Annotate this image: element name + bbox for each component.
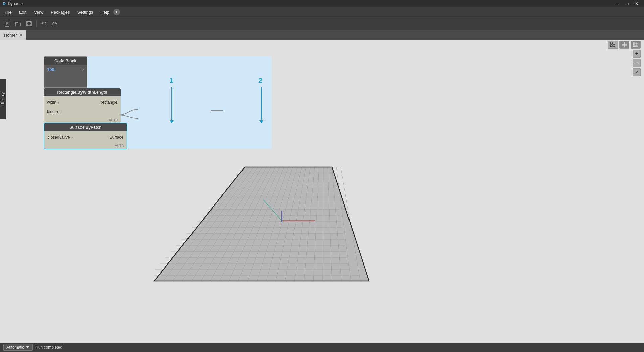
- code-block-header: Code Block: [44, 57, 87, 65]
- closed-curve-port-row: closedCurve › Surface: [44, 133, 127, 142]
- code-block-node[interactable]: Code Block 100; >: [44, 56, 87, 88]
- menu-edit[interactable]: Edit: [16, 9, 30, 16]
- closed-curve-arrow: ›: [71, 135, 73, 140]
- code-block-body: 100; >: [44, 65, 87, 74]
- app-icon: R: [3, 1, 6, 6]
- zoom-fit-button[interactable]: ⤢: [633, 68, 641, 76]
- svg-rect-15: [633, 42, 638, 47]
- tab-label: Home*: [4, 33, 17, 38]
- save-file-button[interactable]: [24, 19, 34, 28]
- zoom-out-button[interactable]: −: [633, 59, 641, 67]
- surface-node-footer: AUTO: [44, 143, 127, 149]
- rectangle-output-label: Rectangle: [99, 100, 117, 105]
- step-2-label: 2: [258, 76, 262, 85]
- menu-help[interactable]: Help: [97, 9, 113, 16]
- run-dropdown-arrow: ▼: [25, 345, 30, 350]
- svg-rect-7: [610, 42, 612, 44]
- toolbar: [0, 17, 644, 30]
- library-panel[interactable]: Library: [0, 79, 6, 119]
- open-file-button[interactable]: [13, 19, 23, 28]
- app-title: Dynamo: [8, 1, 23, 6]
- redo-button[interactable]: [50, 19, 59, 28]
- width-port-arrow: ›: [58, 100, 59, 105]
- svg-rect-10: [613, 45, 615, 47]
- length-port-arrow: ›: [59, 109, 61, 114]
- surface-node-header: Surface.ByPatch: [44, 123, 127, 131]
- zoom-controls: + − ⤢: [633, 50, 641, 76]
- node-graph-area[interactable]: 1 2 Code Block 100; > Rectangle.ByWidthL…: [44, 56, 272, 149]
- width-port-label: width: [47, 100, 56, 105]
- length-port-label: length: [47, 109, 58, 114]
- title-bar-left: R Dynamo: [3, 1, 23, 6]
- info-icon[interactable]: i: [113, 9, 120, 15]
- toolbar-divider: [36, 20, 37, 27]
- rectangle-node-footer: AUTO: [44, 118, 121, 123]
- width-port-row: width › Rectangle: [44, 98, 121, 107]
- surface-output-label: Surface: [110, 135, 123, 140]
- menu-settings[interactable]: Settings: [74, 9, 96, 16]
- surface-node-body: closedCurve › Surface: [44, 131, 127, 143]
- zoom-in-button[interactable]: +: [633, 50, 641, 58]
- rectangle-node-header: Rectangle.ByWidthLength: [44, 88, 121, 96]
- step-1-arrow: [171, 87, 172, 121]
- mesh-visualization: [151, 150, 372, 291]
- fit-view-button[interactable]: [608, 41, 618, 49]
- canvas[interactable]: Library: [0, 40, 644, 352]
- layout-3d-button[interactable]: [631, 41, 641, 49]
- undo-button[interactable]: [39, 19, 49, 28]
- run-status-text: Run completed.: [35, 345, 63, 350]
- rectangle-node-body: width › Rectangle length ›: [44, 96, 121, 118]
- svg-rect-9: [610, 45, 612, 47]
- title-bar: R Dynamo ─ □ ✕: [0, 0, 644, 7]
- menu-packages[interactable]: Packages: [47, 9, 73, 16]
- menu-file[interactable]: File: [1, 9, 15, 16]
- home-tab[interactable]: Home* ✕: [0, 30, 26, 40]
- run-mode-dropdown[interactable]: Automatic ▼: [3, 344, 33, 351]
- run-mode-label: Automatic: [6, 345, 24, 350]
- svg-rect-8: [613, 42, 615, 44]
- svg-rect-6: [27, 24, 31, 26]
- close-button[interactable]: ✕: [632, 0, 641, 7]
- step-2-arrow: [261, 87, 262, 121]
- surface-node[interactable]: Surface.ByPatch closedCurve › Surface AU…: [44, 123, 127, 149]
- 3d-viewport[interactable]: [151, 150, 372, 291]
- rectangle-node[interactable]: Rectangle.ByWidthLength width › Rectangl…: [44, 88, 121, 123]
- layout-2d-button[interactable]: [619, 41, 629, 49]
- tab-close-icon[interactable]: ✕: [19, 33, 22, 37]
- step-1-label: 1: [169, 76, 173, 85]
- closed-curve-label: closedCurve: [48, 135, 70, 140]
- canvas-top-right-controls: [608, 40, 641, 50]
- title-bar-controls: ─ □ ✕: [613, 0, 641, 7]
- length-port-row: length ›: [44, 107, 121, 116]
- tab-bar: Home* ✕: [0, 30, 644, 40]
- menu-view[interactable]: View: [31, 9, 47, 16]
- menu-bar: File Edit View Packages Settings Help i: [0, 7, 644, 17]
- status-bar: Automatic ▼ Run completed.: [0, 343, 644, 352]
- maximize-button[interactable]: □: [623, 0, 632, 7]
- code-output-port: >: [81, 67, 84, 72]
- code-value[interactable]: 100;: [47, 67, 56, 72]
- minimize-button[interactable]: ─: [613, 0, 623, 7]
- library-label: Library: [1, 92, 5, 107]
- new-file-button[interactable]: [3, 19, 12, 28]
